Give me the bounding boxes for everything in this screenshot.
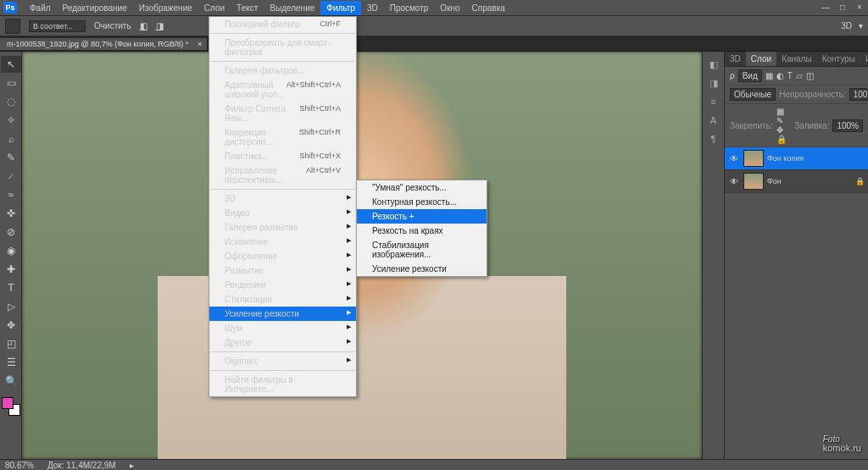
filter-adjust-icon[interactable]: ◐: [776, 71, 784, 80]
panel-tab-контуры[interactable]: Контуры: [817, 52, 860, 66]
menu-справка[interactable]: Справка: [466, 1, 511, 15]
menu-item[interactable]: 3D: [209, 191, 356, 206]
visibility-icon[interactable]: 👁: [728, 154, 740, 163]
tool-3[interactable]: ✧: [1, 112, 21, 129]
menu-окно[interactable]: Окно: [434, 1, 465, 15]
menu-item[interactable]: Фильтр Camera Raw...Shift+Ctrl+A: [209, 102, 356, 125]
menu-редактирование[interactable]: Редактирование: [57, 1, 133, 15]
menu-item[interactable]: Найти фильтры в Интернете...: [209, 373, 356, 396]
panel-icon[interactable]: ≡: [704, 93, 723, 110]
tool-6[interactable]: ⟋: [1, 168, 21, 185]
tool-12[interactable]: T: [1, 279, 21, 296]
filter-shape-icon[interactable]: ▱: [796, 71, 803, 80]
panel-tab-слои[interactable]: Слои: [746, 52, 776, 66]
tool-17[interactable]: 🔍: [1, 373, 21, 390]
window-controls: — □ ×: [821, 2, 865, 12]
chevron-down-icon[interactable]: ▾: [859, 21, 863, 30]
menu-item[interactable]: Шум: [209, 321, 356, 335]
kind-select[interactable]: Вид: [738, 69, 762, 82]
menu-просмотр[interactable]: Просмотр: [384, 1, 435, 15]
menu-item[interactable]: Другое: [209, 335, 356, 350]
panel-tab-история[interactable]: История: [860, 52, 868, 66]
lock-icons[interactable]: ▦ ✎ ✥ 🔒: [776, 107, 791, 144]
menu-item[interactable]: Digimarc: [209, 354, 356, 368]
menu-3d[interactable]: 3D: [361, 1, 384, 15]
layer-row[interactable]: 👁Фон копия: [725, 147, 868, 170]
tool-preset-icon[interactable]: [5, 19, 20, 34]
tool-1[interactable]: ▭: [1, 75, 21, 91]
clear-button[interactable]: Очистить: [94, 21, 131, 30]
panel-icon[interactable]: ¶: [704, 130, 723, 147]
opt-link2[interactable]: ◨: [156, 21, 164, 30]
menu-item[interactable]: Усиление резкости: [209, 307, 356, 321]
visibility-icon[interactable]: 👁: [728, 177, 740, 186]
panel-tabs: 3DСлоиКаналыКонтурыИстория: [725, 52, 868, 67]
tool-13[interactable]: ▷: [1, 298, 21, 315]
panel-tab-3d[interactable]: 3D: [725, 52, 746, 66]
tool-4[interactable]: ⌕: [1, 130, 21, 147]
document-tab[interactable]: m-1000538_1920.jpg @ 80,7% (Фон копия, R…: [0, 38, 207, 50]
submenu-item[interactable]: Контурная резкость...: [357, 195, 487, 209]
menu-item[interactable]: Стилизация: [209, 292, 356, 307]
tool-15[interactable]: ◰: [1, 335, 21, 352]
menu-item[interactable]: Видео: [209, 206, 356, 220]
zoom-level[interactable]: 80.67%: [5, 461, 34, 470]
submenu-item[interactable]: Стабилизация изображения...: [357, 238, 487, 262]
submenu-item[interactable]: Усиление резкости: [357, 262, 487, 276]
tool-14[interactable]: ✥: [1, 317, 21, 334]
submenu-item[interactable]: Резкость +: [357, 209, 487, 224]
layer-thumb[interactable]: [743, 150, 764, 167]
tool-10[interactable]: ◉: [1, 242, 21, 259]
tool-0[interactable]: ↖: [1, 56, 21, 73]
blend-mode-select[interactable]: Обычные: [730, 88, 776, 101]
lock-icon: 🔒: [855, 177, 865, 185]
tool-8[interactable]: ✜: [1, 205, 21, 222]
filter-type-icon[interactable]: T: [787, 71, 793, 80]
menu-файл[interactable]: Файл: [24, 1, 57, 15]
tool-7[interactable]: ≈: [1, 186, 21, 203]
tool-11[interactable]: ✚: [1, 261, 21, 278]
mode-select[interactable]: В соответ...: [29, 20, 86, 32]
maximize-button[interactable]: □: [837, 2, 848, 12]
color-swatch[interactable]: [2, 397, 20, 416]
menu-фильтр[interactable]: Фильтр: [320, 1, 361, 15]
panel-icon[interactable]: ◧: [704, 56, 723, 73]
minimize-button[interactable]: —: [821, 2, 831, 12]
menu-item[interactable]: Исправление перспективы...Alt+Ctrl+V: [209, 163, 356, 187]
menu-текст[interactable]: Текст: [231, 1, 264, 15]
menu-item[interactable]: Искажение: [209, 235, 356, 249]
menu-item[interactable]: Преобразовать для смарт-фильтров: [209, 36, 356, 59]
menu-item[interactable]: Галерея размытия: [209, 220, 356, 235]
menu-item[interactable]: Оформление: [209, 249, 356, 263]
layer-thumb[interactable]: [743, 173, 764, 190]
menu-item[interactable]: Коррекция дисторсии...Shift+Ctrl+R: [209, 125, 356, 149]
close-button[interactable]: ×: [854, 2, 865, 12]
menu-item[interactable]: Адаптивный широкий угол...Alt+Shift+Ctrl…: [209, 78, 356, 102]
panel-tab-каналы[interactable]: Каналы: [776, 52, 817, 66]
fill-value[interactable]: 100%: [832, 119, 863, 132]
tool-16[interactable]: ☰: [1, 354, 21, 371]
filter-pixel-icon[interactable]: ▦: [765, 71, 773, 80]
submenu-item[interactable]: Резкость на краях: [357, 224, 487, 238]
status-arrow-icon[interactable]: ▸: [130, 461, 134, 470]
tool-2[interactable]: ◌: [1, 93, 21, 110]
filter-icon[interactable]: ρ: [730, 71, 735, 80]
panel-icon[interactable]: A: [704, 112, 723, 129]
layer-row[interactable]: 👁Фон🔒: [725, 170, 868, 193]
3d-mode-label[interactable]: 3D: [841, 21, 852, 30]
doc-size[interactable]: Док: 11,4M/22,9M: [47, 461, 116, 470]
panel-icon[interactable]: ◨: [704, 75, 723, 91]
menu-item[interactable]: Размытие: [209, 263, 356, 278]
menu-item[interactable]: Пластика...Shift+Ctrl+X: [209, 149, 356, 163]
tool-9[interactable]: ⊘: [1, 224, 21, 241]
menu-выделение[interactable]: Выделение: [264, 1, 320, 15]
filter-smart-icon[interactable]: ◫: [806, 71, 814, 80]
menu-item[interactable]: Галерея фильтров...: [209, 64, 356, 78]
menu-item[interactable]: Рендеринг: [209, 278, 356, 292]
menu-изображение[interactable]: Изображение: [133, 1, 198, 15]
tool-5[interactable]: ✎: [1, 149, 21, 166]
opacity-value[interactable]: 100%: [849, 88, 868, 101]
menu-слои[interactable]: Слои: [198, 1, 231, 15]
submenu-item[interactable]: "Умная" резкость...: [357, 180, 487, 195]
opt-link[interactable]: ◧: [140, 21, 147, 30]
